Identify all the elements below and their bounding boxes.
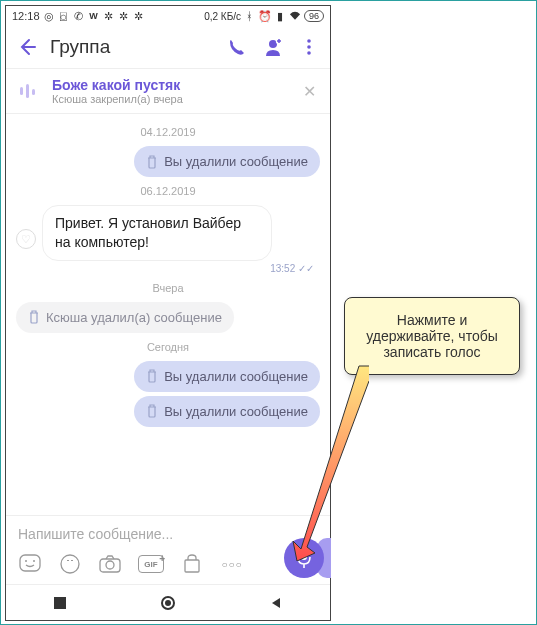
wifi-icon [289,10,301,22]
svg-rect-16 [54,597,66,609]
gif-button[interactable]: GIF + [138,555,164,573]
like-button[interactable]: ♡ [16,229,36,249]
svg-point-3 [307,45,311,49]
incoming-message[interactable]: Привет. Я установил Вайбер на компьютер! [42,205,272,261]
svg-point-4 [307,51,311,55]
deleted-message-out[interactable]: Вы удалили сообщение [134,146,320,177]
date-separator: Вчера [16,282,320,294]
whatsapp-icon: ✆ [73,10,85,22]
chat-header: Группа [6,26,330,68]
voice-record-button[interactable] [284,538,324,578]
trash-icon [28,310,40,324]
more-menu-button[interactable] [296,34,322,60]
vk-icon: W [88,10,100,22]
deleted-message-in[interactable]: Ксюша удалил(а) сообщение [16,302,234,333]
input-area: Напишите сообщение... [6,515,330,546]
message-text: Ксюша удалил(а) сообщение [46,310,222,325]
android-navbar [6,584,330,620]
pinned-message[interactable]: Боже какой пустяк Ксюша закрепил(а) вчер… [6,69,330,113]
svg-point-10 [33,560,35,562]
audio-bars-icon [16,82,42,100]
pinned-title: Боже какой пустяк [52,77,289,93]
svg-point-2 [307,39,311,43]
svg-point-13 [106,561,114,569]
svg-point-0 [269,40,277,48]
instagram-icon: ⌼ [58,10,70,22]
chat-messages[interactable]: 04.12.2019 Вы удалили сообщение 06.12.20… [6,114,330,515]
status-icon-5: ✲ [103,10,115,22]
message-time: 13:52 [270,263,295,274]
deleted-message-out[interactable]: Вы удалили сообщение [134,396,320,427]
date-separator: 04.12.2019 [16,126,320,138]
message-row: Вы удалили сообщение [16,361,320,392]
signal-icon: ▮ [274,10,286,22]
svg-point-18 [165,600,171,606]
message-row: Ксюша удалил(а) сообщение [16,302,320,333]
tooltip-callout: Нажмите и удерживайте, чтобы записать го… [344,297,520,375]
pinned-subtitle: Ксюша закрепил(а) вчера [52,93,289,105]
nav-back-button[interactable] [268,595,284,611]
call-button[interactable] [224,34,250,60]
message-input[interactable]: Напишите сообщение... [18,526,318,542]
alarm-icon: ⏰ [259,10,271,22]
nav-home-button[interactable] [160,595,176,611]
svg-rect-8 [20,555,40,571]
emoji-button[interactable] [58,552,82,576]
svg-rect-15 [301,548,307,560]
svg-rect-14 [185,560,199,572]
deleted-message-out[interactable]: Вы удалили сообщение [134,361,320,392]
message-meta: 13:52 ✓✓ [42,263,320,274]
message-row: Вы удалили сообщение [16,146,320,177]
message-row: ♡ Привет. Я установил Вайбер на компьюте… [16,205,320,274]
bluetooth-icon: ᚼ [244,10,256,22]
battery-indicator: 96 [304,10,324,22]
back-button[interactable] [14,34,40,60]
date-separator: Сегодня [16,341,320,353]
message-text: Вы удалили сообщение [164,154,308,169]
message-text: Вы удалили сообщение [164,404,308,419]
more-options-button[interactable]: ○○○ [220,552,244,576]
chat-title: Группа [50,36,214,58]
message-text: Вы удалили сообщение [164,369,308,384]
svg-rect-6 [26,84,29,98]
add-contact-button[interactable] [260,34,286,60]
read-status-icon: ✓✓ [298,263,314,274]
callout-text: Нажмите и удерживайте, чтобы записать го… [366,312,498,360]
trash-icon [146,369,158,383]
svg-point-11 [61,555,79,573]
message-row: Вы удалили сообщение [16,396,320,427]
camera-button[interactable] [98,552,122,576]
trash-icon [146,155,158,169]
status-icon-1: ◎ [43,10,55,22]
status-icon-6: ✲ [118,10,130,22]
trash-icon [146,404,158,418]
status-time: 12:18 [12,10,40,22]
date-separator: 06.12.2019 [16,185,320,197]
shop-button[interactable] [180,552,204,576]
status-icon-7: ✲ [133,10,145,22]
nav-recent-button[interactable] [52,595,68,611]
svg-rect-5 [20,87,23,95]
attachment-row: GIF + ○○○ [6,546,330,584]
status-bar: 12:18 ◎ ⌼ ✆ W ✲ ✲ ✲ 0,2 КБ/с ᚼ ⏰ ▮ 96 [6,6,330,26]
svg-rect-7 [32,89,35,95]
unpin-button[interactable]: ✕ [299,78,320,105]
sticker-button[interactable] [18,552,42,576]
svg-point-9 [25,560,27,562]
status-data: 0,2 КБ/с [204,11,241,22]
message-text: Привет. Я установил Вайбер на компьютер! [55,214,259,252]
